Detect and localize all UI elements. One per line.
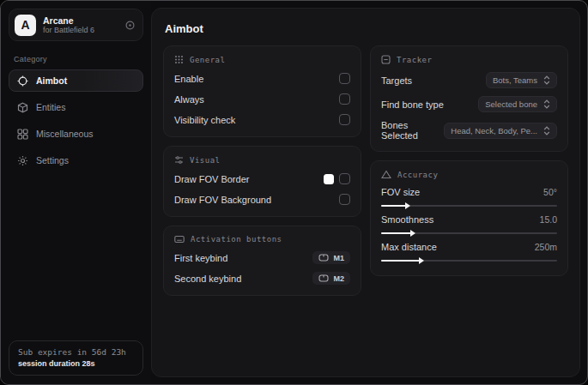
slider-group: FOV size 50° [381, 187, 557, 207]
enable-checkbox[interactable] [339, 73, 350, 84]
slider-fill [381, 232, 411, 234]
app-name: Arcane [43, 15, 118, 26]
chevrons-up-down-icon [543, 75, 550, 85]
left-column: General Enable Always Visibility check [163, 45, 361, 296]
setting-row: Always [174, 93, 350, 105]
chevrons-up-down-icon [543, 126, 550, 135]
card-title: Accuracy [397, 171, 438, 179]
chevrons-up-down-icon [543, 99, 550, 109]
slider-value: 50° [543, 187, 557, 197]
minus-square-icon [381, 55, 391, 64]
draw-fov-border-checkbox[interactable] [339, 173, 350, 184]
setting-row: Targets Bots, Teams [381, 72, 557, 88]
entities-icon [17, 102, 28, 113]
card-title: General [190, 56, 225, 64]
sidebar-item-miscellaneous[interactable]: Miscellaneous [9, 123, 143, 145]
fov-border-color-swatch[interactable] [324, 174, 334, 184]
mouse-icon [318, 254, 329, 262]
card-title: Tracker [397, 56, 432, 64]
right-column: Tracker Targets Bots, Teams [370, 45, 568, 276]
draw-fov-background-checkbox[interactable] [339, 194, 350, 205]
card-tracker: Tracker Targets Bots, Teams [370, 45, 568, 152]
layout-grid-icon [17, 129, 28, 140]
sidebar: A Arcane for Battlefield 6 Category [1, 1, 151, 384]
setting-row: First keybind M1 [174, 251, 350, 264]
card-accuracy: Accuracy FOV size 50° Smoothness [370, 160, 568, 276]
sliders-icon [174, 155, 184, 165]
card-general: General Enable Always Visibility check [163, 45, 361, 137]
category-label: Category [14, 55, 140, 63]
slider-group: Smoothness 15.0 [381, 214, 557, 234]
sidebar-item-label: Aimbot [36, 75, 67, 86]
sidebar-item-entities[interactable]: Entities [9, 96, 143, 118]
sidebar-item-label: Miscellaneous [36, 129, 94, 139]
subscription-info: Sub expires in 56d 23h session duration … [9, 340, 143, 376]
setting-row: Draw FOV Background [174, 193, 350, 206]
app-subtitle: for Battlefield 6 [43, 26, 118, 34]
smoothness-slider[interactable] [381, 232, 557, 234]
dropdown-value: Selected bone [485, 99, 537, 109]
setting-row: Find bone type Selected bone [381, 96, 557, 112]
sidebar-item-settings[interactable]: Settings [9, 149, 143, 171]
session-duration-text: session duration 28s [18, 359, 134, 368]
sub-expiry-text: Sub expires in 56d 23h [18, 347, 134, 357]
grip-dots-icon [174, 55, 184, 64]
refresh-icon[interactable] [124, 20, 136, 31]
app-window: A Arcane for Battlefield 6 Category [0, 0, 588, 385]
brand-card: A Arcane for Battlefield 6 [9, 9, 143, 41]
card-title: Activation buttons [191, 235, 282, 244]
slider-fill [381, 205, 406, 207]
page-title: Aimbot [165, 22, 567, 35]
setting-row: Bones Selected Head, Neck, Body, Pe... [381, 120, 557, 141]
second-keybind-button[interactable]: M2 [312, 272, 350, 285]
slider-group: Max distance 250m [381, 242, 557, 262]
visibility-check-checkbox[interactable] [339, 114, 350, 125]
bones-selected-dropdown[interactable]: Head, Neck, Body, Pe... [444, 123, 557, 139]
setting-row: Visibility check [174, 113, 350, 126]
setting-row: Second keybind M2 [174, 272, 350, 285]
slider-fill [381, 260, 420, 262]
setting-row: Draw FOV Border [174, 172, 350, 185]
targets-dropdown[interactable]: Bots, Teams [486, 72, 557, 88]
gear-icon [17, 155, 28, 166]
crosshair-icon [17, 75, 28, 87]
card-title: Visual [190, 156, 221, 165]
sidebar-item-label: Settings [36, 155, 69, 165]
max-distance-slider[interactable] [381, 260, 557, 262]
slider-value: 250m [535, 242, 557, 252]
dropdown-value: Head, Neck, Body, Pe... [451, 126, 537, 135]
sidebar-item-label: Entities [36, 102, 65, 112]
main-panel: Aimbot General [151, 8, 580, 377]
slider-value: 15.0 [540, 214, 557, 225]
app-logo: A [15, 15, 36, 36]
find-bone-type-dropdown[interactable]: Selected bone [478, 96, 557, 112]
keybind-value: M2 [333, 274, 344, 283]
keyboard-icon [174, 235, 185, 244]
fov-size-slider[interactable] [381, 205, 557, 207]
sidebar-item-aimbot[interactable]: Aimbot [9, 69, 143, 92]
mouse-icon [318, 274, 329, 282]
card-visual: Visual Draw FOV Border Draw FOV Backgrou… [163, 146, 361, 217]
always-checkbox[interactable] [339, 93, 350, 105]
keybind-value: M1 [333, 254, 344, 262]
dropdown-value: Bots, Teams [493, 75, 537, 85]
first-keybind-button[interactable]: M1 [312, 251, 350, 264]
triangle-icon [381, 170, 391, 179]
card-activation-buttons: Activation buttons First keybind M1 [163, 226, 361, 296]
sidebar-nav: Aimbot Entities [9, 69, 143, 176]
setting-row: Enable [174, 72, 350, 85]
